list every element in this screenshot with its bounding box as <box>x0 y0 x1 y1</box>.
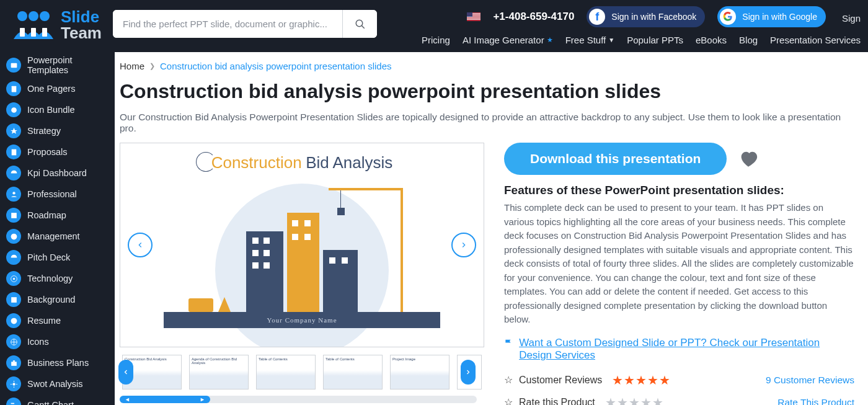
scroll-handle[interactable]: ◄► <box>120 396 210 403</box>
search-button[interactable] <box>342 10 377 38</box>
sidebar-item-strategy[interactable]: Strategy <box>0 120 115 141</box>
svg-rect-16 <box>11 297 17 303</box>
nav-services[interactable]: Presentation Services <box>770 35 861 45</box>
rate-stars[interactable]: ★★★★★ <box>605 395 663 406</box>
sidebar-item-roadmap[interactable]: Roadmap <box>0 205 115 226</box>
search-bar <box>113 10 377 38</box>
facebook-icon: f <box>589 9 605 25</box>
svg-rect-5 <box>42 28 47 37</box>
features-title: Features of these PowerPoint presentatio… <box>504 184 854 197</box>
svg-point-12 <box>12 192 15 194</box>
favorite-button[interactable] <box>738 148 759 169</box>
google-signin-button[interactable]: Sign in with Google <box>717 6 826 27</box>
rating-stars: ★★★★★ <box>612 373 670 388</box>
svg-line-7 <box>361 25 365 29</box>
sidebar-item-proposals[interactable]: Proposals <box>0 141 115 162</box>
sidebar: Powerpoint Templates One Pagers Icon Bun… <box>0 52 115 405</box>
nav-ebooks[interactable]: eBooks <box>696 35 727 45</box>
rate-product-row: ☆ Rate this Product ★★★★★ Rate This Prod… <box>504 395 854 406</box>
svg-rect-11 <box>11 149 16 155</box>
svg-point-6 <box>356 20 363 27</box>
nav-blog[interactable]: Blog <box>739 35 758 45</box>
sidebar-item-business[interactable]: Business Plans <box>0 352 115 373</box>
tech-icon <box>6 271 21 286</box>
reviews-label: Customer Reviews <box>519 375 602 386</box>
sidebar-item-resume[interactable]: Resume <box>0 310 115 331</box>
nav-ai-image[interactable]: AI Image Generator★ <box>463 35 553 45</box>
google-signin-label: Sign in with Google <box>742 12 817 22</box>
sidebar-item-templates[interactable]: Powerpoint Templates <box>0 52 115 78</box>
svg-rect-9 <box>11 86 16 92</box>
logo[interactable]: Slide Team <box>11 0 102 41</box>
company-placeholder: Your Company Name <box>267 316 337 324</box>
bundle-icon <box>6 102 21 117</box>
svg-point-13 <box>11 233 17 239</box>
pro-icon <box>6 187 21 202</box>
sidebar-item-background[interactable]: Background <box>0 289 115 310</box>
info-panel: Download this presentation Features of t… <box>504 143 868 405</box>
breadcrumb-home[interactable]: Home <box>120 61 144 71</box>
svg-rect-22 <box>11 403 14 404</box>
reviews-count-link[interactable]: 9 Customer Reviews <box>766 375 854 386</box>
breadcrumb-current[interactable]: Construction bid analysis powerpoint pre… <box>160 61 392 71</box>
nav-pricing[interactable]: Pricing <box>422 35 450 45</box>
thumbnail[interactable]: Table of Contents <box>256 355 316 389</box>
sidebar-item-swot[interactable]: Swot Analysis <box>0 373 115 394</box>
page-icon <box>6 81 21 96</box>
strategy-icon <box>6 123 21 138</box>
custom-design-link[interactable]: Want a Custom Designed Slide or PPT? Che… <box>519 337 854 362</box>
nav-popular[interactable]: Popular PPTs <box>627 35 683 45</box>
customer-reviews-row: ☆ Customer Reviews ★★★★★ 9 Customer Revi… <box>504 373 854 388</box>
sidebar-item-management[interactable]: Management <box>0 226 115 247</box>
mgmt-icon <box>6 229 21 244</box>
thumbnail[interactable]: Table of Contents <box>323 355 383 389</box>
thumb-prev-button[interactable] <box>118 360 133 385</box>
slide-preview: Construction Bid Analysis Your C <box>120 143 484 347</box>
facebook-signin-button[interactable]: f Sign in with Facebook <box>587 6 705 27</box>
sidebar-item-iconbundle[interactable]: Icon Bundle <box>0 99 115 120</box>
page-description: Our Construction Bid Analysis Powerpoint… <box>120 112 868 134</box>
rate-link[interactable]: Rate This Product <box>777 397 854 406</box>
chevron-right-icon: ❯ <box>149 62 155 70</box>
thumbnail[interactable]: Agenda of Construction Bid Analysis <box>189 355 249 389</box>
breadcrumb: Home ❯ Construction bid analysis powerpo… <box>120 58 868 76</box>
thumbnail-scrollbar[interactable]: ◄► <box>120 396 477 403</box>
sidebar-item-tech[interactable]: Technology <box>0 268 115 289</box>
sign-link[interactable]: Sign <box>838 11 861 24</box>
search-input[interactable] <box>113 10 342 38</box>
sidebar-item-gantt[interactable]: Gantt Chart <box>0 394 115 405</box>
caret-down-icon: ▼ <box>608 37 614 43</box>
next-slide-button[interactable] <box>451 233 476 257</box>
sidebar-item-professional[interactable]: Professional <box>0 184 115 205</box>
globe-icon <box>6 334 21 349</box>
thumb-next-button[interactable] <box>461 360 476 385</box>
nav-free-stuff[interactable]: Free Stuff▼ <box>565 35 615 45</box>
svg-point-0 <box>17 11 27 21</box>
sidebar-item-kpi[interactable]: Kpi Dashboard <box>0 162 115 184</box>
svg-point-14 <box>12 277 14 279</box>
star-outline-icon: ☆ <box>504 374 513 386</box>
svg-rect-20 <box>12 360 14 362</box>
top-nav: Pricing AI Image Generator★ Free Stuff▼ … <box>422 27 868 51</box>
sidebar-item-pitch[interactable]: Pitch Deck <box>0 247 115 268</box>
thumbnail-row: Construction Bid Analysis Agenda of Cons… <box>120 355 484 389</box>
gear-icon <box>6 376 21 391</box>
svg-rect-19 <box>11 362 17 366</box>
roadmap-icon <box>6 208 21 223</box>
svg-point-17 <box>11 318 17 324</box>
download-button[interactable]: Download this presentation <box>504 143 727 175</box>
header-top-row: +1-408-659-4170 f Sign in with Facebook … <box>467 0 868 27</box>
sidebar-item-icons[interactable]: Icons <box>0 331 115 352</box>
briefcase-icon <box>6 355 21 370</box>
thumbnail[interactable]: Project Image <box>390 355 450 389</box>
svg-point-2 <box>40 11 50 21</box>
facebook-signin-label: Sign in with Facebook <box>611 12 696 22</box>
main-content: Home ❯ Construction bid analysis powerpo… <box>115 52 868 405</box>
prev-slide-button[interactable] <box>128 233 153 257</box>
sidebar-item-onepagers[interactable]: One Pagers <box>0 78 115 99</box>
pitch-icon <box>6 250 21 265</box>
svg-rect-4 <box>31 28 36 37</box>
phone-number: +1-408-659-4170 <box>493 11 574 23</box>
bg-icon <box>6 292 21 307</box>
svg-point-10 <box>11 107 17 113</box>
